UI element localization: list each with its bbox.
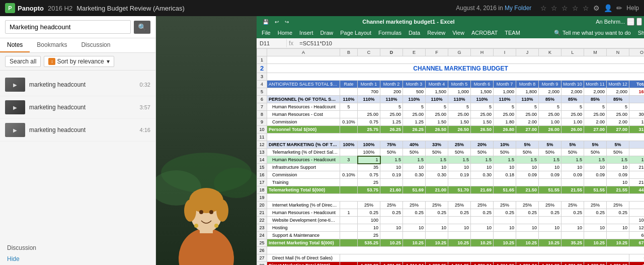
table-row: 2 CHANNEL MARKETING BUDGET [257, 64, 645, 73]
share-button[interactable]: Share [638, 30, 644, 36]
table-row: 9 Commission 0.10% 0.75 1.25 1.25 1.50 1… [257, 118, 645, 126]
minimize-icon[interactable]: — [627, 18, 634, 26]
star-rating-5[interactable]: ☆ [583, 4, 589, 12]
search-input[interactable] [5, 20, 131, 34]
video-container: 💾 ↩ ↪ Channel marketing budget1 - Excel … [156, 16, 644, 265]
table-row: 15 Infrastructure Support 35 10 10 10 10… [257, 164, 645, 171]
star-rating-3[interactable]: ☆ [561, 4, 568, 12]
tab-bookmarks[interactable]: Bookmarks [30, 38, 74, 52]
star-rating-4[interactable]: ☆ [572, 4, 579, 12]
table-row: 4 ANTICIPATED SALES TOTAL $(000) Rate Mo… [257, 81, 645, 88]
col-i: I [494, 49, 516, 56]
result-duration-3: 4:16 [140, 127, 150, 133]
excel-redo-icon[interactable]: ↪ [283, 18, 291, 26]
spreadsheet-table: A B C D E F G H I J K L [257, 48, 644, 265]
table-row[interactable]: 14 Human Resources - Headcount 3 1 1.5 1… [257, 156, 645, 164]
sort-button[interactable]: ↕ Sort by relevance ▾ [44, 56, 114, 67]
formula-content[interactable]: =SC511*D10 [295, 39, 644, 47]
table-row: 17 Training 25 [257, 179, 645, 186]
video-title: Marketing Budget Review (Americas) [76, 5, 185, 12]
result-thumbnail-3 [5, 123, 25, 137]
user-icon[interactable]: 👤 [604, 4, 612, 12]
svg-point-12 [214, 224, 218, 228]
top-bar: P Panopto 2016 H2 Marketing Budget Revie… [0, 0, 644, 16]
left-panel: 🔍 Notes Bookmarks Discussion Search all … [0, 16, 156, 265]
star-rating-1[interactable]: ☆ [540, 4, 547, 12]
table-row: 20 Internet Marketing (% of Direct Sales… [257, 202, 645, 209]
formula-fx: fx [287, 40, 295, 47]
menu-file[interactable]: File [259, 29, 274, 37]
sidebar-discussion-label: Discussion [0, 242, 155, 254]
edit-icon[interactable]: ✏ [616, 4, 622, 12]
table-row: 24 Support & Maintenance 25 [257, 232, 645, 239]
menu-draw[interactable]: Draw [317, 29, 337, 37]
excel-undo-icon[interactable]: ↩ [273, 18, 281, 26]
search-bar: 🔍 [0, 16, 155, 38]
table-row: 11 [257, 134, 645, 141]
result-thumbnail-1 [5, 78, 25, 92]
svg-point-9 [199, 210, 203, 214]
settings-icon[interactable]: ⚙ [593, 4, 600, 12]
excel-save-icon[interactable]: 💾 [261, 18, 271, 26]
svg-point-3 [179, 228, 234, 265]
table-row: 23 Hosting 10 10 10 10 10 10 10 10 [257, 224, 645, 232]
result-item-2[interactable]: marketing headcount 3:57 [0, 96, 155, 119]
menu-review[interactable]: Review [424, 29, 448, 37]
table-row: 7 Human Resources - Headcount 5 5 5 5 5 … [257, 103, 645, 111]
search-all-button[interactable]: Search all [5, 56, 41, 67]
result-item[interactable]: marketing headcount 0:32 [0, 74, 155, 96]
excel-menubar: File Home Insert Draw Page Layout Formul… [257, 27, 644, 38]
cell-reference[interactable]: D11 [257, 39, 287, 47]
menu-home[interactable]: Home [275, 29, 295, 37]
right-panel: 💾 ↩ ↪ Channel marketing budget1 - Excel … [156, 16, 644, 265]
table-row: 19 [257, 194, 645, 202]
table-row: 6 PERSONNEL (% OF TOTAL SALES) 110% 110%… [257, 96, 645, 103]
table-row: 18 Telemarketing Total $(000) 53.75 21.6… [257, 186, 645, 194]
menu-team[interactable]: TEAM [502, 29, 523, 37]
tab-discussion[interactable]: Discussion [74, 38, 117, 52]
menu-page-layout[interactable]: Page Layout [337, 29, 374, 37]
col-g: G [448, 49, 471, 56]
search-button[interactable]: 🔍 [134, 21, 150, 34]
result-info-2: marketing headcount [29, 104, 136, 111]
table-row: 28 Direct Marketing Total $(000) 1,839.0… [257, 262, 645, 266]
table-row: 5 700 200 500 1,500 1,000 1,500 1,000 [257, 88, 645, 96]
result-info-1: marketing headcount [29, 81, 136, 88]
menu-data[interactable]: Data [406, 29, 423, 37]
table-row: 22 Website Development (one-time cost) 1… [257, 217, 645, 224]
video-year: 2016 H2 [48, 5, 72, 12]
star-rating-2[interactable]: ☆ [551, 4, 557, 12]
help-button[interactable]: Help [626, 5, 639, 12]
table-row: 3 [257, 73, 645, 81]
date-info: August 4, 2016 in My Folder [456, 5, 531, 12]
app-logo: P Panopto [5, 3, 44, 13]
col-d: D [380, 49, 403, 56]
folder-link[interactable]: My Folder [505, 5, 531, 12]
tab-notes[interactable]: Notes [0, 38, 30, 52]
maximize-icon[interactable]: □ [636, 18, 642, 26]
sheet-wrapper[interactable]: A B C D E F G H I J K L [257, 48, 644, 265]
menu-formulas[interactable]: Formulas [375, 29, 405, 37]
presenter-placeholder [156, 16, 257, 265]
menu-insert[interactable]: Insert [296, 29, 316, 37]
menu-view[interactable]: View [449, 29, 467, 37]
result-title-2: marketing headcount [29, 104, 136, 111]
presenter-avatar [156, 148, 257, 265]
svg-point-10 [209, 210, 213, 214]
result-item-3[interactable]: marketing headcount 4:16 [0, 119, 155, 142]
excel-title-bar: 💾 ↩ ↪ Channel marketing budget1 - Excel … [257, 16, 644, 27]
hide-link[interactable]: Hide [0, 253, 27, 265]
table-row: 16 Commission 0.10% 0.75 0.19 0.30 0.30 … [257, 171, 645, 179]
result-duration-2: 3:57 [140, 104, 150, 110]
col-c: C [358, 49, 380, 56]
table-row: 21 Human Resources - Headcount 1 0.25 0.… [257, 209, 645, 217]
col-j: J [516, 49, 539, 56]
sort-icon: ↕ [48, 58, 55, 65]
col-n: N [607, 49, 629, 56]
col-k: K [539, 49, 561, 56]
col-a: A [267, 49, 340, 56]
top-actions: ☆ ☆ ☆ ☆ ☆ ⚙ 👤 ✏ Help [540, 4, 639, 12]
tell-me-search[interactable]: 🔍 Tell me what you want to do [554, 30, 631, 36]
menu-acrobat[interactable]: ACROBAT [468, 29, 501, 37]
table-row: 10 Personnel Total $(000) 25.75 26.25 26… [257, 126, 645, 134]
